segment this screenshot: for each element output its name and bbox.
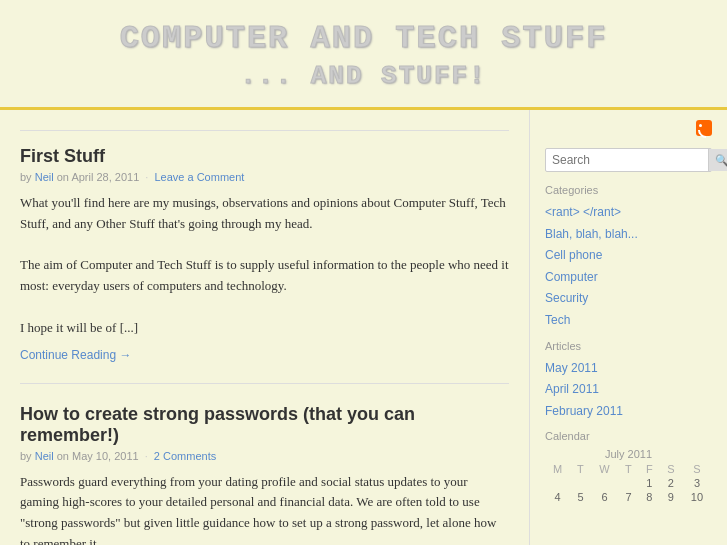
search-input[interactable] <box>546 149 708 171</box>
post-1-title[interactable]: First Stuff <box>20 146 509 167</box>
archive-may-2011[interactable]: May 2011 <box>545 358 712 380</box>
post-2-author[interactable]: Neil <box>35 450 54 462</box>
post-1-content: What you'll find here are my musings, ob… <box>20 193 509 339</box>
cal-day-10[interactable]: 10 <box>682 490 712 504</box>
archives-title: Articles <box>545 340 712 352</box>
post-1: First Stuff by Neil on April 28, 2011 · … <box>20 146 509 384</box>
post-2: How to create strong passwords (that you… <box>20 404 509 545</box>
cal-day-2[interactable]: 2 <box>660 476 682 490</box>
cal-day-6[interactable]: 6 <box>591 490 618 504</box>
post-1-meta: by Neil on April 28, 2011 · Leave a Comm… <box>20 171 509 183</box>
cal-header-s2: S <box>682 462 712 476</box>
cal-day-9[interactable]: 9 <box>660 490 682 504</box>
post-2-comments[interactable]: 2 Comments <box>154 450 216 462</box>
categories-title: Categories <box>545 184 712 196</box>
cal-header-t1: T <box>570 462 591 476</box>
post-2-date: May 10, 2011 <box>72 450 139 462</box>
rss-section <box>545 120 712 140</box>
post-2-meta: by Neil on May 10, 2011 · 2 Comments <box>20 450 509 462</box>
cal-day-5[interactable]: 5 <box>570 490 591 504</box>
cal-day-3[interactable]: 3 <box>682 476 712 490</box>
search-button[interactable]: 🔍 <box>708 149 727 171</box>
main-content: First Stuff by Neil on April 28, 2011 · … <box>0 110 530 545</box>
cal-day-7[interactable]: 7 <box>618 490 639 504</box>
cal-header-t2: T <box>618 462 639 476</box>
main-divider <box>20 130 509 131</box>
cal-header-w: W <box>591 462 618 476</box>
archives-list: May 2011 April 2011 February 2011 <box>545 358 712 423</box>
category-blah[interactable]: Blah, blah, blah... <box>545 224 712 246</box>
category-cell-phone[interactable]: Cell phone <box>545 245 712 267</box>
cal-header-s1: S <box>660 462 682 476</box>
cal-header-m: M <box>545 462 570 476</box>
category-computer[interactable]: Computer <box>545 267 712 289</box>
post-2-content: Passwords guard everything from your dat… <box>20 472 509 545</box>
cal-day-1[interactable]: 1 <box>639 476 660 490</box>
cal-row-1: 1 2 3 <box>545 476 712 490</box>
category-security[interactable]: Security <box>545 288 712 310</box>
sidebar: 🔍 Categories <rant> </rant> Blah, blah, … <box>530 110 727 545</box>
site-header: Computer and Tech Stuff ... and stuff! <box>0 0 727 110</box>
category-tech[interactable]: Tech <box>545 310 712 332</box>
site-title: Computer and Tech Stuff ... and stuff! <box>120 18 608 93</box>
cal-day-8[interactable]: 8 <box>639 490 660 504</box>
search-box: 🔍 <box>545 148 712 172</box>
continue-reading-1[interactable]: Continue Reading → <box>20 348 131 362</box>
category-rant[interactable]: <rant> </rant> <box>545 202 712 224</box>
calendar-month: July 2011 <box>545 446 712 462</box>
post-1-author[interactable]: Neil <box>35 171 54 183</box>
rss-icon[interactable] <box>696 120 712 136</box>
post-1-comments[interactable]: Leave a Comment <box>154 171 244 183</box>
cal-header-f: F <box>639 462 660 476</box>
cal-row-2: 4 5 6 7 8 9 10 <box>545 490 712 504</box>
categories-list: <rant> </rant> Blah, blah, blah... Cell … <box>545 202 712 332</box>
calendar-title: Calendar <box>545 430 712 442</box>
calendar-table: July 2011 M T W T F S S 1 2 3 4 <box>545 446 712 504</box>
post-2-title[interactable]: How to create strong passwords (that you… <box>20 404 509 446</box>
post-1-date: April 28, 2011 <box>71 171 139 183</box>
archive-april-2011[interactable]: April 2011 <box>545 379 712 401</box>
cal-day-4[interactable]: 4 <box>545 490 570 504</box>
archive-february-2011[interactable]: February 2011 <box>545 401 712 423</box>
